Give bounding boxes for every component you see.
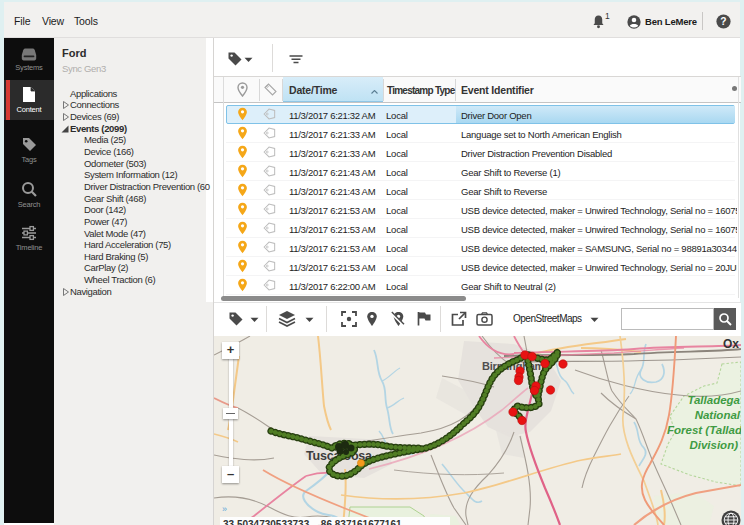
svg-text:National: National — [695, 409, 741, 421]
svg-text:Forest (Tallad: Forest (Tallad — [667, 424, 741, 436]
svg-text:Talladega: Talladega — [687, 394, 740, 406]
svg-text:?: ? — [720, 16, 726, 27]
svg-text:Division): Division) — [689, 439, 738, 451]
svg-text:Ox: Ox — [723, 337, 739, 351]
